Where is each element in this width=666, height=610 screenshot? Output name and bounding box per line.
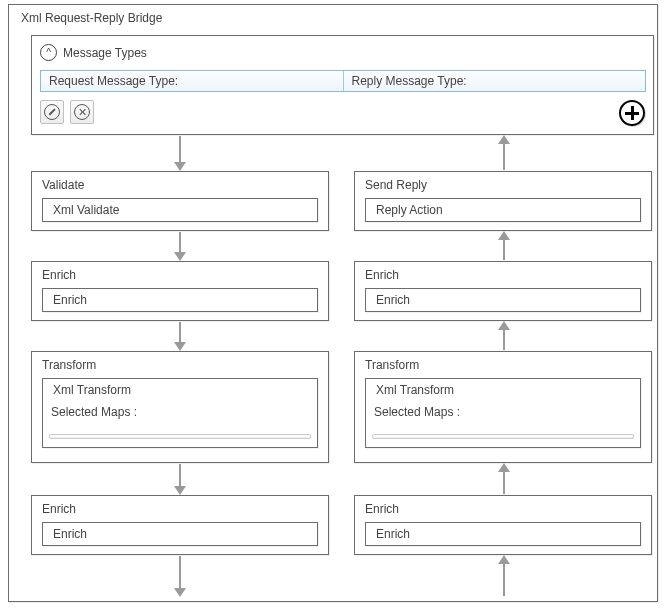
stage-transform-left[interactable]: Transform Xml Transform Selected Maps : — [31, 351, 329, 463]
selected-maps-label: Selected Maps : — [374, 405, 460, 419]
stage-enrich-left-2[interactable]: Enrich Enrich — [31, 495, 329, 555]
stage-title: Enrich — [355, 262, 651, 286]
message-types-row[interactable]: Request Message Type: Reply Message Type… — [40, 70, 646, 92]
stage-title: Enrich — [32, 496, 328, 520]
arrow-down-icon — [179, 556, 181, 596]
stage-enrich-left-1[interactable]: Enrich Enrich — [31, 261, 329, 321]
stage-title: Send Reply — [355, 172, 651, 196]
arrow-up-icon — [503, 136, 505, 170]
reply-message-type-label: Reply Message Type: — [343, 71, 646, 91]
stage-inner[interactable]: Enrich — [365, 288, 641, 312]
bridge-title: Xml Request-Reply Bridge — [21, 11, 162, 25]
stage-send-reply[interactable]: Send Reply Reply Action — [354, 171, 652, 231]
stage-inner[interactable]: Enrich — [365, 522, 641, 546]
arrow-up-icon — [503, 464, 505, 494]
selected-maps-bar — [49, 434, 311, 439]
collapse-icon[interactable]: ^ — [40, 44, 57, 61]
transform-inner-label: Xml Transform — [53, 383, 131, 397]
stage-title: Transform — [32, 352, 328, 376]
stage-transform-right[interactable]: Transform Xml Transform Selected Maps : — [354, 351, 652, 463]
message-types-panel: ^ Message Types Request Message Type: Re… — [31, 35, 654, 135]
arrow-up-icon — [503, 322, 505, 350]
request-message-type-label: Request Message Type: — [41, 71, 343, 91]
stage-enrich-right-1[interactable]: Enrich Enrich — [354, 261, 652, 321]
bridge-container: Xml Request-Reply Bridge ^ Message Types… — [8, 4, 658, 602]
arrow-down-icon — [179, 232, 181, 260]
arrow-up-icon — [503, 232, 505, 260]
stage-title: Transform — [355, 352, 651, 376]
message-types-title: Message Types — [63, 46, 147, 60]
stage-validate[interactable]: Validate Xml Validate — [31, 171, 329, 231]
stage-title: Enrich — [355, 496, 651, 520]
stage-title: Enrich — [32, 262, 328, 286]
selected-maps-bar — [372, 434, 634, 439]
stage-inner[interactable]: Xml Validate — [42, 198, 318, 222]
arrow-up-icon — [503, 556, 505, 596]
delete-button[interactable]: ✕ — [70, 100, 94, 124]
add-button[interactable] — [619, 100, 645, 126]
close-icon: ✕ — [74, 104, 90, 120]
arrow-down-icon — [179, 322, 181, 350]
stage-enrich-right-2[interactable]: Enrich Enrich — [354, 495, 652, 555]
stage-inner[interactable]: Xml Transform Selected Maps : — [42, 378, 318, 448]
arrow-down-icon — [179, 136, 181, 170]
message-types-toolbar: ✕ — [40, 100, 94, 124]
selected-maps-label: Selected Maps : — [51, 405, 137, 419]
diagram-canvas: Xml Request-Reply Bridge ^ Message Types… — [0, 0, 666, 610]
stage-inner[interactable]: Enrich — [42, 288, 318, 312]
stage-title: Validate — [32, 172, 328, 196]
stage-inner[interactable]: Xml Transform Selected Maps : — [365, 378, 641, 448]
arrow-down-icon — [179, 464, 181, 494]
edit-button[interactable] — [40, 100, 64, 124]
pencil-icon — [44, 104, 60, 120]
transform-inner-label: Xml Transform — [376, 383, 454, 397]
stage-inner[interactable]: Reply Action — [365, 198, 641, 222]
stage-inner[interactable]: Enrich — [42, 522, 318, 546]
message-types-header[interactable]: ^ Message Types — [40, 44, 147, 61]
